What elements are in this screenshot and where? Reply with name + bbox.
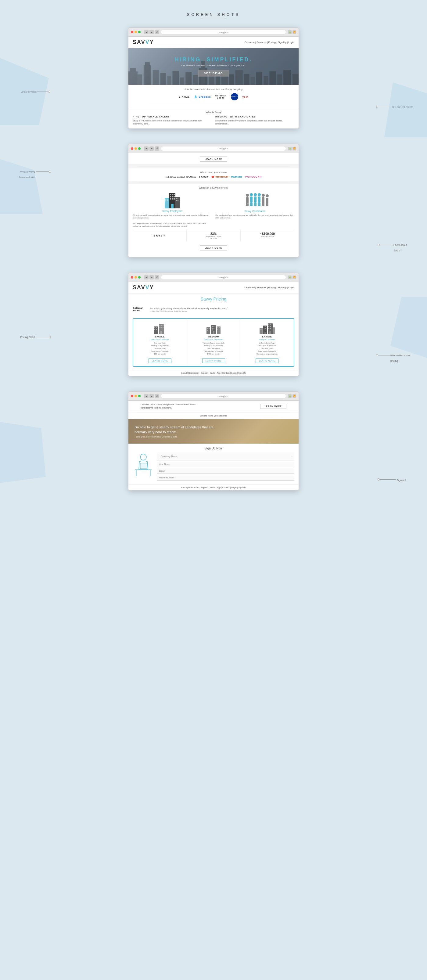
refresh-button[interactable]: ↺ xyxy=(155,30,159,34)
refresh-button-3[interactable]: ↺ xyxy=(155,275,159,280)
learn-more-button-2[interactable]: LEARN MORE xyxy=(200,245,227,250)
back-button-3[interactable]: ◀ xyxy=(144,275,149,280)
address-bar-1[interactable]: savvyjobs xyxy=(161,30,286,35)
divider-1 xyxy=(137,166,290,167)
testimonial-text: I'm able to get a steady stream of candi… xyxy=(150,307,229,310)
maximize-dot-3[interactable] xyxy=(138,276,141,278)
browser-controls-4: 🔋 📶 xyxy=(288,394,296,398)
medium-learn-more-button[interactable]: LEARN MORE xyxy=(202,358,225,363)
what-col2-text: Each member of the savvy platform comple… xyxy=(215,119,294,126)
savvy-navbar-3: SAVVY Overview | Features | Pricing | Si… xyxy=(129,282,298,294)
signup-form: ○ xyxy=(157,452,294,481)
nav-links-1[interactable]: Overview | Features | Pricing | Sign Up … xyxy=(244,41,295,44)
logo-producthunt: 🔴 Product Hunt xyxy=(211,176,228,178)
refresh-button-4[interactable]: ↺ xyxy=(155,394,159,398)
fact-savvy-logo: SAVVY xyxy=(133,231,187,241)
svg-rect-95 xyxy=(213,331,214,334)
browser-window-1: ◀ ▶ ↺ savvyjobs 🔋 📶 SAVVY xyxy=(128,27,299,129)
address-bar-3[interactable]: savvyjobs xyxy=(161,275,286,280)
back-button[interactable]: ◀ xyxy=(144,30,149,34)
client-pfizer: Pfizer xyxy=(231,93,238,100)
ann-dot-pinfo xyxy=(376,354,378,356)
svg-rect-92 xyxy=(212,328,213,329)
your-name-input[interactable] xyxy=(157,461,294,467)
mobile-learn-button[interactable]: LEARN MORE xyxy=(260,404,286,409)
pricing-cards-inner: SMALL Hiring up to 4 positions One user … xyxy=(133,318,294,367)
svg-rect-85 xyxy=(206,328,210,334)
svg-rect-105 xyxy=(265,326,266,327)
svg-rect-61 xyxy=(258,196,260,203)
svg-rect-36 xyxy=(173,198,175,200)
savvy-logo-3: SAVVY xyxy=(133,284,154,291)
browser-nav-1: ◀ ▶ ↺ xyxy=(144,30,159,34)
company-name-input[interactable] xyxy=(159,454,291,459)
maximize-dot-4[interactable] xyxy=(138,395,141,397)
close-dot[interactable] xyxy=(131,31,133,33)
svg-rect-117 xyxy=(269,331,271,334)
svg-rect-69 xyxy=(266,198,268,203)
svg-rect-51 xyxy=(248,203,249,206)
minimize-dot-3[interactable] xyxy=(135,276,137,278)
browser-dots-3 xyxy=(131,276,141,278)
browser-dots-1 xyxy=(131,31,141,33)
testimonial-hero: I'm able to get a steady stream of candi… xyxy=(129,419,298,444)
minimize-dot[interactable] xyxy=(135,31,137,33)
svg-rect-120 xyxy=(135,469,152,470)
deco-shape-5 xyxy=(0,422,46,483)
svg-rect-47 xyxy=(178,200,178,201)
minimize-dot-4[interactable] xyxy=(135,395,137,397)
small-building-icon xyxy=(152,322,167,334)
fact-label2: Average Income xyxy=(243,235,292,237)
medium-hiring-label: Hiring up to 10 positions xyxy=(189,339,238,340)
forward-button[interactable]: ▶ xyxy=(149,30,154,34)
client-yext: yext xyxy=(243,95,249,98)
forward-button-2[interactable]: ▶ xyxy=(149,146,154,151)
see-demo-button[interactable]: SEE DEMO xyxy=(198,70,229,76)
testimonial-content: I'm able to get a steady stream of candi… xyxy=(150,307,229,312)
address-bar-4[interactable]: savvyjobs xyxy=(161,394,286,398)
what-section-1: What is Savvy HIRE TOP FEMALE TALENT Sav… xyxy=(129,108,298,129)
browser-window-2: ◀ ▶ ↺ savvyjobs 🔋 📶 LEARN MORE xyxy=(128,144,299,258)
annotation-signup: Sign up! xyxy=(397,477,418,482)
fact-stat2: ~$100,000 xyxy=(243,232,292,235)
small-building-svg xyxy=(152,322,167,334)
annotation-facts: Facts aboutSAVVY xyxy=(394,242,418,253)
svg-rect-41 xyxy=(165,200,166,201)
fact-experience: 83% Experience Levels5+ Years xyxy=(187,231,241,241)
goldman-sachs-logo: GoldmanSachs xyxy=(133,307,148,312)
medium-building-svg xyxy=(206,322,221,334)
svg-rect-71 xyxy=(267,203,268,206)
svg-rect-55 xyxy=(251,203,252,206)
nav-links-3[interactable]: Overview | Features | Pricing | Sign Up … xyxy=(244,286,295,289)
close-dot-2[interactable] xyxy=(131,147,133,150)
signup-title: Sign Up Now xyxy=(133,447,294,450)
address-bar-2[interactable]: savvyjobs xyxy=(161,146,286,151)
small-learn-more-button[interactable]: LEARN MORE xyxy=(149,358,171,363)
svg-rect-53 xyxy=(250,196,252,203)
svg-rect-78 xyxy=(160,325,160,326)
forward-button-3[interactable]: ▶ xyxy=(149,275,154,280)
phone-input[interactable] xyxy=(157,475,294,480)
learn-more-button-1[interactable]: LEARN MORE xyxy=(200,156,227,162)
forward-button-4[interactable]: ▶ xyxy=(149,394,154,398)
close-dot-4[interactable] xyxy=(131,395,133,397)
maximize-dot-2[interactable] xyxy=(138,147,141,150)
svg-rect-57 xyxy=(254,196,257,203)
svg-rect-98 xyxy=(219,328,220,328)
back-button-4[interactable]: ◀ xyxy=(144,394,149,398)
svg-rect-90 xyxy=(212,326,213,327)
refresh-button-2[interactable]: ↺ xyxy=(155,146,159,151)
minimize-dot-2[interactable] xyxy=(135,147,137,150)
svg-rect-74 xyxy=(156,328,157,328)
large-learn-more-button[interactable]: LEARN MORE xyxy=(256,358,278,363)
svg-rect-102 xyxy=(261,329,262,329)
back-button-2[interactable]: ◀ xyxy=(144,146,149,151)
employer-candidate-cols: Savvy Employers We only work with compan… xyxy=(133,192,294,228)
email-input[interactable] xyxy=(157,468,294,474)
employers-title: Savvy Employers xyxy=(133,210,212,213)
close-dot-3[interactable] xyxy=(131,276,133,278)
hero-title-1: HIRING. SIMPLIFIED. xyxy=(175,56,252,63)
what-col2-title: INTERACT WITH CANDIDATES xyxy=(215,115,294,118)
svg-rect-37 xyxy=(171,204,173,208)
maximize-dot[interactable] xyxy=(138,31,141,33)
